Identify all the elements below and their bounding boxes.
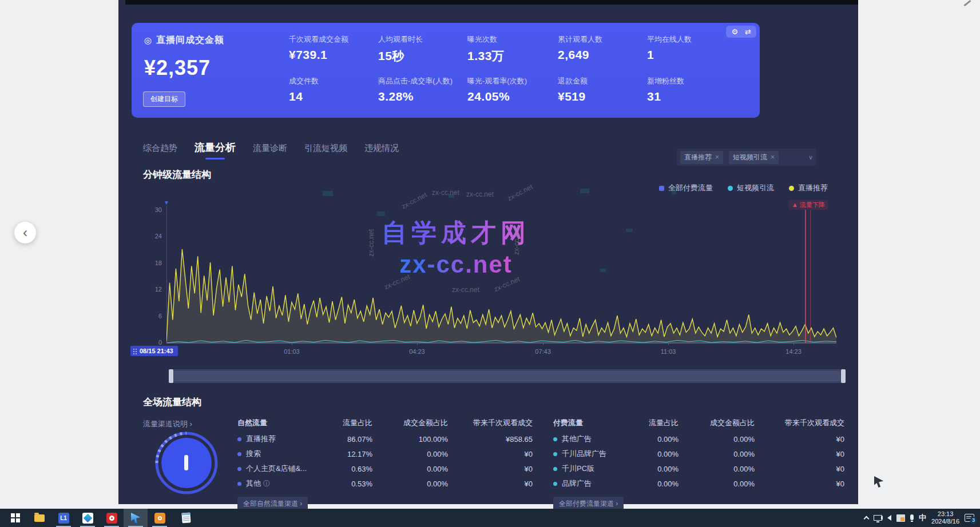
metric-cell: 退款金额¥519 [558,76,647,118]
legend-item-short-video[interactable]: 短视频引流 [728,183,774,193]
chevron-down-icon: ∨ [808,154,813,161]
paid-traffic-table: 付费流量 流量占比 成交金额占比 带来千次观看成交 其他广告 0.00% 0.0… [553,418,844,511]
table-header-row: 自然流量 流量占比 成交金额占比 带来千次观看成交 [237,418,533,428]
traffic-donut-chart [153,428,220,497]
folder-icon [34,514,45,522]
slider-handle-right[interactable] [841,369,846,383]
file-explorer-button[interactable] [27,509,51,527]
live-dashboard-window: ◎ 直播间成交金额 ¥2,357 创建目标 千次观看成交金额¥739.1 人均观… [118,0,858,504]
tab-short-video[interactable]: 引流短视频 [304,143,347,154]
table-row: 直播推荐 86.07% 100.00% ¥858.65 [237,434,533,444]
app-l1-button[interactable]: L1 [51,509,76,527]
app-pointer-button-active[interactable] [124,509,148,527]
filter-chip[interactable]: 直播推荐 × [680,151,723,164]
chevron-left-icon: ‹ [23,225,27,240]
metrics-banner: ◎ 直播间成交金额 ¥2,357 创建目标 千次观看成交金额¥739.1 人均观… [132,23,760,118]
create-goal-button[interactable]: 创建目标 [143,91,185,107]
table-row: 搜索 12.17% 0.00% ¥0 [237,449,533,459]
compression-artifact [323,191,333,196]
bullet-icon [553,467,557,471]
legend-marker [728,186,733,191]
legend-marker [789,186,794,191]
natural-traffic-table: 自然流量 流量占比 成交金额占比 带来千次观看成交 直播推荐 86.07% 10… [237,418,533,511]
app-orange-button[interactable] [148,509,172,527]
minute-traffic-chart [166,206,836,343]
axis-start-marker-icon: ▼ [164,199,169,206]
tab-traffic-diagnosis[interactable]: 流量诊断 [253,143,287,154]
taskbar-clock[interactable]: 23:13 2024/8/16 [931,510,959,525]
bullet-icon [553,452,557,456]
photos-tray-icon[interactable] [896,514,905,522]
compression-artifact [580,189,589,193]
slider-handle-left[interactable] [169,369,173,383]
filter-chip[interactable]: 短视频引流 × [729,151,779,164]
tab-overall-trend[interactable]: 综合趋势 [143,143,177,154]
desktop: ‹ ◎ 直播间成交金额 ¥2,357 创建目标 千次观看成交金额¥739.1 人… [0,0,980,527]
notepad-icon [181,512,191,523]
bullet-icon [237,467,241,471]
app-red-button[interactable] [100,509,124,527]
x-axis-line [166,343,836,344]
l1-app-icon: L1 [58,513,69,524]
metric-cell: 千次观看成交金额¥739.1 [289,34,378,76]
legend-marker [659,186,664,191]
notification-badge: 3 [970,517,977,524]
metric-cell: 成交件数14 [289,76,378,118]
previous-page-button[interactable]: ‹ [14,222,36,243]
bullet-icon [237,437,241,441]
legend-item-paid[interactable]: 全部付费流量 [659,183,713,193]
analysis-tabs: 综合趋势 流量分析 流量诊断 引流短视频 违规情况 [143,141,399,154]
ime-indicator[interactable]: 中 [919,513,926,523]
notification-icon[interactable]: 3 [965,514,974,522]
bullet-icon [553,482,557,486]
system-tray: 中 23:13 2024/8/16 3 [864,509,980,527]
watermark: zx-cc.net [432,189,459,197]
x-axis: 08/15 21:43 01:03 04:23 07:43 11:03 14:2… [166,347,836,360]
gear-icon[interactable]: ⚙ [731,27,738,36]
chart-legend: 全部付费流量 短视频引流 直播推荐 [659,183,828,193]
notepad-button[interactable] [174,509,198,527]
primary-metric-value: ¥2,357 [144,56,211,80]
metric-cell: 累计观看人数2,649 [558,34,647,76]
metric-cell: 曝光次数1.33万 [467,34,558,76]
close-icon[interactable]: × [715,153,719,161]
time-range-badge[interactable]: 08/15 21:43 [130,346,178,356]
pencil-icon [964,0,971,6]
microphone-icon[interactable] [910,514,914,522]
window-top-edge [125,0,858,5]
legend-item-live-recommend[interactable]: 直播推荐 [789,183,828,193]
table-row: 千川PC版 0.00% 0.00% ¥0 [553,464,844,474]
bullet-icon [237,482,241,486]
target-icon: ◎ [144,35,152,46]
time-range-slider[interactable] [169,369,846,383]
table-row: 千川品牌广告 0.00% 0.00% ¥0 [553,449,844,459]
table-row: 其他广告 0.00% 0.00% ¥0 [553,434,844,444]
mouse-cursor [874,476,884,488]
table-header-row: 付费流量 流量占比 成交金额占比 带来千次观看成交 [553,418,844,428]
app-teal-button[interactable] [76,509,100,527]
tray-expand-button[interactable] [864,515,868,521]
channel-filter-select[interactable]: 直播推荐 × 短视频引流 × ∨ [677,149,816,166]
tab-traffic-analysis[interactable]: 流量分析 [195,141,236,154]
swap-icon[interactable]: ⇄ [745,27,751,36]
close-icon[interactable]: × [771,153,775,161]
metrics-grid: 千次观看成交金额¥739.1 人均观看时长15秒 曝光次数1.33万 累计观看人… [289,34,739,118]
red-ring-app-icon [106,513,117,524]
volume-icon[interactable] [887,515,891,521]
table-row: 其他ⓘ 0.53% 0.00% ¥0 [237,478,533,489]
metric-cell: 人均观看时长15秒 [378,34,467,76]
tab-violations[interactable]: 违规情况 [364,143,399,154]
banner-toolbar: ⚙ ⇄ [726,26,756,38]
table-row: 品牌广告 0.00% 0.00% ¥0 [553,478,844,489]
bullet-icon [553,437,557,441]
pointer-app-icon [131,513,140,523]
slider-selected-range [174,371,840,381]
teal-app-icon [82,513,93,524]
start-button[interactable] [3,509,27,527]
table-row: 个人主页&店铺&... 0.63% 0.00% ¥0 [237,464,533,474]
watermark: zx-cc.net [506,183,534,203]
metric-cell: 平均在线人数1 [647,34,739,76]
primary-metric-label: 直播间成交金额 [156,34,224,46]
info-icon[interactable]: ⓘ [263,479,270,489]
chart-section-title: 分钟级流量结构 [143,168,211,181]
